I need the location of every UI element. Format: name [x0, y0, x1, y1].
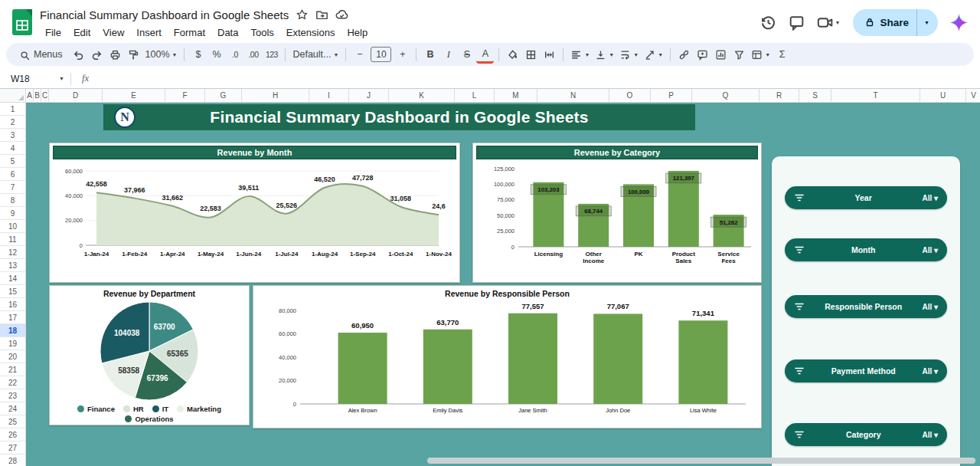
chart-revenue-by-person[interactable]: Revenue by Responsible Person 80,00060,0… — [253, 285, 762, 428]
text-color-button[interactable]: A — [476, 45, 494, 64]
horizontal-scrollbar[interactable] — [427, 458, 975, 464]
row-header-6[interactable]: 6 — [0, 168, 26, 181]
increase-font-size-button[interactable]: + — [394, 45, 411, 64]
row-header-14[interactable]: 14 — [0, 272, 26, 285]
cloud-saved-icon[interactable] — [335, 8, 348, 21]
menu-help[interactable]: Help — [341, 26, 373, 39]
column-header-G[interactable]: G — [205, 89, 242, 103]
row-header-24[interactable]: 24 — [0, 402, 26, 415]
menu-view[interactable]: View — [97, 26, 129, 39]
column-header-R[interactable]: R — [760, 89, 799, 103]
filter-month[interactable]: MonthAll ▾ — [785, 238, 947, 261]
row-header-8[interactable]: 8 — [0, 194, 26, 207]
row-header-27[interactable]: 27 — [0, 441, 26, 455]
comments-icon[interactable] — [789, 15, 805, 31]
row-header-19[interactable]: 19 — [0, 337, 26, 350]
filter-value-dropdown[interactable]: All ▾ — [922, 367, 938, 376]
share-dropdown[interactable]: ▼ — [916, 9, 938, 36]
format-percent-button[interactable]: % — [207, 45, 225, 64]
column-header-I[interactable]: I — [309, 89, 349, 103]
column-header-S[interactable]: S — [799, 89, 831, 103]
chart-revenue-by-category[interactable]: Revenue by Category 125,000100,00075,000… — [472, 143, 762, 283]
share-button[interactable]: Share ▼ — [853, 9, 938, 36]
filter-value-dropdown[interactable]: All ▾ — [922, 246, 938, 254]
filter-category[interactable]: CategoryAll ▾ — [785, 423, 947, 446]
decrease-font-size-button[interactable]: − — [351, 45, 368, 64]
row-header-16[interactable]: 16 — [0, 298, 26, 311]
filter-responsible-person[interactable]: Responsible PersonAll ▾ — [785, 295, 947, 318]
format-currency-button[interactable]: $ — [189, 45, 207, 64]
italic-button[interactable]: I — [439, 45, 457, 64]
column-header-F[interactable]: F — [165, 89, 205, 103]
sheet-canvas[interactable]: N Financial Summary Dashboard in Google … — [26, 103, 980, 466]
chart-revenue-by-month[interactable]: Revenue by Month 60,00040,00020,000042,5… — [49, 143, 460, 283]
column-header-Q[interactable]: Q — [692, 89, 760, 103]
bold-button[interactable]: B — [421, 45, 439, 64]
formula-input[interactable] — [100, 69, 980, 88]
column-header-M[interactable]: M — [495, 89, 537, 103]
zoom-selector[interactable]: 100%▼ — [143, 45, 180, 64]
row-header-7[interactable]: 7 — [0, 181, 26, 194]
row-header-28[interactable]: 28 — [0, 455, 26, 466]
font-size-input[interactable]: 10 — [371, 47, 391, 62]
column-header-V[interactable]: V — [966, 89, 980, 103]
menu-insert[interactable]: Insert — [131, 26, 167, 39]
row-header-2[interactable]: 2 — [0, 116, 26, 129]
select-all-corner[interactable] — [0, 89, 26, 103]
column-header-E[interactable]: E — [103, 89, 165, 103]
filter-year[interactable]: YearAll ▾ — [785, 186, 947, 209]
create-filter-icon[interactable] — [730, 45, 748, 64]
text-rotation-icon[interactable]: ▼ — [642, 45, 665, 64]
text-wrap-icon[interactable]: ▼ — [617, 45, 641, 64]
row-header-4[interactable]: 4 — [0, 142, 26, 155]
column-header-T[interactable]: T — [831, 89, 920, 103]
row-header-22[interactable]: 22 — [0, 376, 26, 389]
menu-data[interactable]: Data — [212, 26, 243, 39]
number-format-button[interactable]: 123 — [263, 45, 280, 64]
row-header-17[interactable]: 17 — [0, 311, 26, 324]
fill-color-icon[interactable] — [504, 45, 521, 64]
meet-video-button[interactable]: ▼ — [817, 15, 841, 31]
strikethrough-button[interactable]: S — [458, 45, 475, 64]
insert-chart-icon[interactable] — [712, 45, 730, 64]
column-header-D[interactable]: D — [49, 89, 103, 103]
row-header-12[interactable]: 12 — [0, 246, 26, 259]
row-header-25[interactable]: 25 — [0, 415, 26, 428]
row-header-1[interactable]: 1 — [0, 103, 26, 116]
insert-link-icon[interactable] — [675, 45, 693, 64]
merge-cells-icon[interactable] — [541, 45, 558, 64]
menu-format[interactable]: Format — [168, 26, 211, 39]
row-header-23[interactable]: 23 — [0, 389, 26, 402]
vertical-align-icon[interactable]: ▼ — [593, 45, 616, 64]
filter-payment-method[interactable]: Payment MethodAll ▾ — [785, 359, 947, 382]
row-header-18[interactable]: 18 — [0, 324, 26, 337]
column-header-C[interactable]: C — [41, 89, 49, 103]
row-header-11[interactable]: 11 — [0, 233, 26, 246]
increase-decimals-button[interactable]: .00 — [244, 45, 262, 64]
horizontal-align-icon[interactable]: ▼ — [568, 45, 592, 64]
document-title[interactable]: Financial Summary Dashboard in Google Sh… — [40, 8, 289, 21]
column-header-O[interactable]: O — [609, 89, 651, 103]
redo-icon[interactable] — [88, 45, 106, 64]
column-header-A[interactable]: A — [26, 89, 34, 103]
row-header-15[interactable]: 15 — [0, 285, 26, 298]
menus-search-button[interactable]: Menus — [14, 45, 69, 64]
borders-icon[interactable] — [522, 45, 540, 64]
row-header-3[interactable]: 3 — [0, 129, 26, 142]
menu-tools[interactable]: Tools — [245, 26, 279, 39]
row-header-20[interactable]: 20 — [0, 350, 26, 363]
column-header-H[interactable]: H — [242, 89, 309, 103]
chart-revenue-by-department[interactable]: Revenue by Department 637006536567396583… — [49, 285, 250, 425]
row-header-26[interactable]: 26 — [0, 428, 26, 441]
column-header-J[interactable]: J — [349, 89, 389, 103]
row-header-9[interactable]: 9 — [0, 207, 26, 220]
menu-extensions[interactable]: Extensions — [281, 26, 341, 39]
column-header-B[interactable]: B — [34, 89, 41, 103]
sheets-logo-icon[interactable] — [12, 9, 32, 35]
column-header-U[interactable]: U — [920, 89, 966, 103]
gemini-icon[interactable] — [950, 14, 968, 31]
menu-file[interactable]: File — [40, 26, 67, 39]
name-box[interactable]: W18 ▼ — [0, 69, 70, 88]
column-header-K[interactable]: K — [389, 89, 455, 103]
filter-value-dropdown[interactable]: All ▾ — [922, 303, 938, 311]
